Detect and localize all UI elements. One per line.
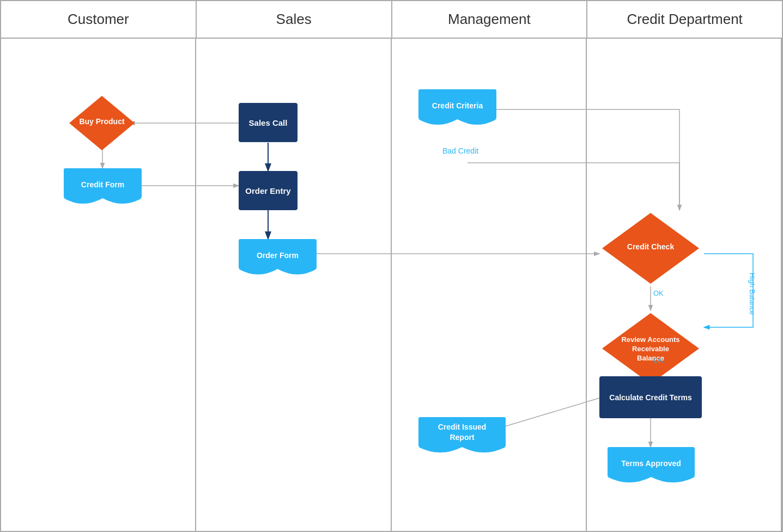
lane-header-customer: Customer — [1, 1, 197, 38]
lane-header-sales: Sales — [197, 1, 392, 38]
order-entry-rect: Order Entry — [239, 171, 298, 210]
high-balance-label: High Balance — [748, 273, 756, 315]
content-row: Buy Product Credit Form Sales Call Order… — [1, 39, 782, 531]
credit-form-document: Credit Form — [64, 168, 142, 204]
bad-credit-label: Bad Credit — [442, 146, 478, 155]
credit-criteria-document: Credit Criteria — [418, 89, 496, 125]
svg-text:Buy Product: Buy Product — [79, 117, 125, 126]
lane-header-credit-dept: Credit Department — [587, 1, 782, 38]
svg-text:Credit Form: Credit Form — [81, 180, 124, 189]
terms-approved-document: Terms Approved — [608, 447, 695, 482]
svg-text:Credit Check: Credit Check — [627, 242, 675, 251]
svg-text:Credit Criteria: Credit Criteria — [432, 101, 483, 110]
svg-text:Receivable: Receivable — [632, 345, 669, 353]
sales-call-rect: Sales Call — [239, 103, 298, 142]
svg-text:Review Accounts: Review Accounts — [621, 335, 679, 344]
buy-product-diamond: Buy Product — [66, 93, 137, 153]
ok-label-1: OK — [653, 289, 664, 297]
credit-check-diamond: Credit Check — [599, 210, 702, 286]
svg-text:Credit Issued: Credit Issued — [438, 423, 487, 431]
diagram-container: Customer Sales Management Credit Departm… — [0, 0, 783, 532]
svg-text:Terms Approved: Terms Approved — [621, 459, 681, 468]
credit-issued-report-document: Credit Issued Report — [418, 417, 506, 452]
header-row: Customer Sales Management Credit Departm… — [1, 1, 782, 39]
calculate-credit-terms-rect: Calculate Credit Terms — [599, 376, 702, 418]
svg-text:Report: Report — [450, 433, 474, 442]
order-form-document: Order Form — [239, 239, 317, 274]
ok-label-2: OK — [653, 356, 664, 364]
svg-rect-21 — [418, 417, 506, 447]
review-ar-diamond: Review Accounts Receivable Balance — [599, 310, 702, 387]
svg-text:Order Form: Order Form — [257, 251, 299, 260]
lane-header-management: Management — [392, 1, 588, 38]
